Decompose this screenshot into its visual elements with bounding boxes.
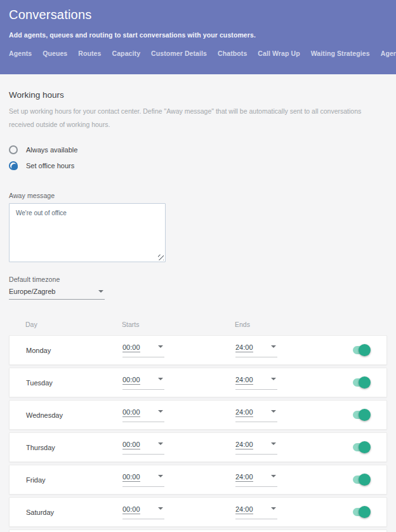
day-label: Monday	[26, 347, 122, 354]
timezone-value: Europe/Zagreb	[9, 288, 55, 295]
radio-icon	[9, 145, 18, 154]
schedule-row: Tuesday 00:00 24:00	[9, 368, 387, 397]
toggle-thumb	[359, 474, 371, 486]
toggle-thumb	[359, 441, 371, 453]
away-message-field: We're out of office	[9, 203, 166, 262]
starts-time-value: 00:00	[122, 505, 140, 514]
tab-call-wrap-up[interactable]: Call Wrap Up	[258, 50, 300, 57]
starts-time-select[interactable]: 00:00	[122, 408, 164, 422]
schedule-row: Thursday 00:00 24:00	[9, 432, 387, 462]
availability-radio-group: Always available Set office hours	[9, 142, 387, 173]
working-day-toggle[interactable]	[353, 506, 370, 518]
schedule-row: Saturday 00:00 24:00	[9, 497, 387, 527]
availability-radio-option[interactable]: Set office hours	[9, 157, 74, 173]
radio-label: Set office hours	[26, 162, 74, 170]
tab-agents[interactable]: Agents	[9, 50, 32, 57]
chevron-down-icon	[271, 410, 276, 413]
chevron-down-icon	[271, 442, 276, 445]
schedule-header-row: Day Starts Ends	[9, 317, 387, 331]
starts-time-value: 00:00	[122, 343, 140, 352]
column-header-ends: Ends	[235, 321, 371, 328]
ends-time-value: 24:00	[235, 505, 253, 514]
chevron-down-icon	[271, 345, 276, 348]
radio-label: Always available	[26, 146, 77, 154]
toggle-thumb	[359, 409, 371, 421]
working-day-toggle[interactable]	[353, 474, 370, 486]
timezone-select[interactable]: Europe/Zagreb	[9, 288, 105, 300]
ends-time-value: 24:00	[235, 376, 253, 385]
tab-routes[interactable]: Routes	[78, 50, 101, 57]
day-label: Wednesday	[26, 411, 122, 419]
page-subtitle: Add agents, queues and routing to start …	[9, 31, 387, 39]
ends-time-select[interactable]: 24:00	[235, 376, 277, 390]
tab-chatbots[interactable]: Chatbots	[218, 50, 247, 57]
tab-queues[interactable]: Queues	[43, 50, 67, 57]
ends-time-value: 24:00	[235, 441, 253, 449]
page-title: Conversations	[9, 8, 387, 22]
starts-time-select[interactable]: 00:00	[122, 473, 164, 487]
radio-icon	[9, 161, 18, 170]
ends-time-value: 24:00	[235, 343, 253, 352]
tab-waiting-strategies[interactable]: Waiting Strategies	[311, 50, 370, 57]
ends-time-value: 24:00	[235, 408, 253, 417]
chevron-down-icon	[158, 442, 163, 445]
day-label: Saturday	[26, 509, 122, 516]
day-label: Tuesday	[26, 379, 122, 387]
starts-time-value: 00:00	[122, 408, 140, 417]
working-day-toggle[interactable]	[353, 344, 370, 356]
column-header-day: Day	[25, 321, 122, 328]
working-day-toggle[interactable]	[353, 409, 370, 421]
day-label: Friday	[26, 476, 122, 484]
page-header: Conversations Add agents, queues and rou…	[0, 0, 396, 74]
schedule-row: Wednesday 00:00 24:00	[9, 400, 387, 430]
starts-time-value: 00:00	[122, 473, 140, 482]
section-title: Working hours	[9, 90, 387, 100]
working-hours-panel: Working hours Set up working hours for y…	[0, 90, 396, 532]
resize-handle-icon[interactable]	[158, 255, 164, 260]
section-description: Set up working hours for your contact ce…	[9, 105, 381, 131]
chevron-down-icon	[271, 507, 276, 510]
chevron-down-icon	[271, 378, 276, 380]
tab-agent-statuses[interactable]: Agent statuses	[381, 50, 396, 57]
chevron-down-icon	[98, 290, 103, 293]
starts-time-select[interactable]: 00:00	[122, 343, 164, 357]
toggle-thumb	[359, 506, 371, 518]
schedule-row: Sunday 00:00 24:00	[9, 529, 387, 532]
starts-time-select[interactable]: 00:00	[122, 441, 164, 455]
ends-time-select[interactable]: 24:00	[235, 473, 277, 487]
availability-radio-option[interactable]: Always available	[9, 142, 77, 157]
schedule-row: Friday 00:00 24:00	[9, 465, 387, 495]
working-day-toggle[interactable]	[353, 441, 370, 453]
away-message-input[interactable]: We're out of office	[9, 203, 166, 262]
ends-time-select[interactable]: 24:00	[235, 343, 277, 357]
starts-time-select[interactable]: 00:00	[122, 505, 164, 519]
working-day-toggle[interactable]	[353, 376, 370, 389]
column-header-starts: Starts	[122, 321, 235, 328]
schedule-table: Day Starts Ends Monday 00:00 24:00 Tuesd…	[9, 317, 387, 532]
tab-customer-details[interactable]: Customer Details	[151, 50, 207, 57]
toggle-thumb	[359, 376, 371, 389]
chevron-down-icon	[271, 475, 276, 477]
chevron-down-icon	[158, 475, 163, 477]
chevron-down-icon	[158, 507, 163, 510]
schedule-row: Monday 00:00 24:00	[9, 335, 387, 365]
tab-capacity[interactable]: Capacity	[112, 50, 141, 57]
chevron-down-icon	[158, 410, 163, 413]
ends-time-value: 24:00	[235, 473, 253, 482]
starts-time-select[interactable]: 00:00	[122, 376, 164, 390]
day-label: Thursday	[26, 444, 122, 451]
ends-time-select[interactable]: 24:00	[235, 408, 277, 422]
starts-time-value: 00:00	[122, 441, 140, 449]
ends-time-select[interactable]: 24:00	[235, 505, 277, 519]
chevron-down-icon	[158, 378, 163, 380]
schedule-rows: Monday 00:00 24:00 Tuesday 00:00	[9, 335, 387, 532]
away-message-label: Away message	[9, 192, 387, 199]
tab-bar: AgentsQueuesRoutesCapacityCustomer Detai…	[9, 50, 387, 57]
toggle-thumb	[359, 344, 371, 356]
chevron-down-icon	[158, 345, 163, 348]
ends-time-select[interactable]: 24:00	[235, 441, 277, 455]
starts-time-value: 00:00	[122, 376, 140, 385]
timezone-label: Default timezone	[9, 276, 387, 283]
